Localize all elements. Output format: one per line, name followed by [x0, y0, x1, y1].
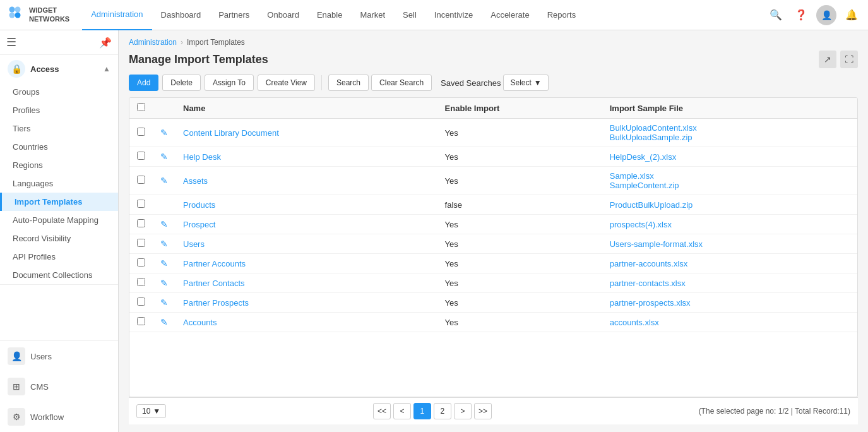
- nav-link-reports[interactable]: Reports: [538, 0, 585, 30]
- sidebar-bottom-cms[interactable]: ⊞CMS: [0, 371, 118, 402]
- sidebar-item-regions[interactable]: Regions: [0, 156, 118, 174]
- breadcrumb: Administration › Import Templates: [129, 38, 858, 47]
- nav-link-sell[interactable]: Sell: [394, 0, 425, 30]
- hamburger-icon[interactable]: ☰: [6, 35, 16, 49]
- row-name-link[interactable]: Partner Contacts: [183, 279, 245, 288]
- row-name-link[interactable]: Assets: [183, 176, 208, 186]
- expand-icon-btn[interactable]: ⛶: [840, 51, 858, 68]
- access-section-header[interactable]: 🔒 Access ▲: [0, 55, 118, 83]
- edit-icon[interactable]: ✎: [160, 152, 168, 162]
- sidebar-item-import-templates[interactable]: Import Templates: [0, 193, 118, 211]
- add-button[interactable]: Add: [129, 75, 158, 91]
- table-row: Products false ProductBulkUpload.zip: [129, 195, 857, 215]
- row-checkbox[interactable]: [137, 239, 145, 247]
- sample-file-link[interactable]: partner-contacts.xlsx: [610, 279, 686, 288]
- notification-icon-btn[interactable]: 🔔: [841, 5, 862, 25]
- sidebar-bottom-users[interactable]: 👤Users: [0, 341, 118, 371]
- nav-link-partners[interactable]: Partners: [210, 0, 258, 30]
- page-btn-[interactable]: >: [454, 403, 472, 419]
- sidebar-item-countries[interactable]: Countries: [0, 138, 118, 156]
- row-checkbox[interactable]: [137, 128, 145, 136]
- nav-link-administration[interactable]: Administration: [82, 0, 152, 30]
- sample-file-link[interactable]: partner-prospects.xlsx: [610, 298, 691, 308]
- sample-file2-link[interactable]: SampleContent.zip: [610, 181, 679, 190]
- row-checkbox[interactable]: [137, 278, 145, 286]
- row-sample-file: ProductBulkUpload.zip: [602, 195, 857, 215]
- edit-icon[interactable]: ✎: [160, 239, 168, 249]
- edit-icon[interactable]: ✎: [160, 317, 168, 327]
- nav-link-enable[interactable]: Enable: [308, 0, 351, 30]
- row-name-link[interactable]: Partner Accounts: [183, 259, 246, 268]
- sidebar-item-languages[interactable]: Languages: [0, 174, 118, 193]
- per-page-select[interactable]: 10 ▼: [136, 404, 166, 418]
- sidebar-item-record-visibility[interactable]: Record Visibility: [0, 229, 118, 248]
- create-view-button[interactable]: Create View: [258, 75, 315, 91]
- assign-to-button[interactable]: Assign To: [205, 75, 254, 91]
- select-all-checkbox[interactable]: [137, 103, 145, 111]
- table-row: ✎ Accounts Yes accounts.xlsx: [129, 313, 857, 332]
- sample-file-link[interactable]: prospects(4).xlsx: [610, 220, 672, 229]
- edit-icon[interactable]: ✎: [160, 219, 168, 229]
- sidebar-item-document-collections[interactable]: Document Collections: [0, 266, 118, 284]
- sample-file-link[interactable]: Sample.xlsx: [610, 171, 654, 181]
- search-button[interactable]: Search: [328, 75, 369, 91]
- nav-link-dashboard[interactable]: Dashboard: [152, 0, 210, 30]
- row-name-link[interactable]: Products: [183, 200, 215, 210]
- nav-link-onboard[interactable]: Onboard: [258, 0, 308, 30]
- pin-icon[interactable]: 📌: [99, 37, 112, 49]
- svg-point-2: [9, 12, 15, 18]
- row-checkbox[interactable]: [137, 317, 145, 325]
- row-checkbox[interactable]: [137, 297, 145, 306]
- row-name-link[interactable]: Help Desk: [183, 152, 221, 162]
- edit-icon[interactable]: ✎: [160, 297, 168, 308]
- table-row: ✎ Content Library Document Yes BulkUploa…: [129, 119, 857, 147]
- nav-link-market[interactable]: Market: [351, 0, 394, 30]
- nav-link-incentivize[interactable]: Incentivize: [425, 0, 482, 30]
- page-btn-2[interactable]: 2: [434, 403, 451, 419]
- row-sample-file: partner-prospects.xlsx: [602, 293, 857, 313]
- help-icon-btn[interactable]: ❓: [791, 5, 811, 25]
- table-row: ✎ Assets Yes Sample.xlsxSampleContent.zi…: [129, 167, 857, 195]
- edit-icon[interactable]: ✎: [160, 258, 168, 268]
- sidebar-item-tiers[interactable]: Tiers: [0, 119, 118, 138]
- page-btn-[interactable]: <: [393, 403, 411, 419]
- sample-file-link[interactable]: accounts.xlsx: [610, 318, 659, 327]
- sample-file-link[interactable]: partner-accounts.xlsx: [610, 259, 688, 268]
- row-checkbox[interactable]: [137, 258, 145, 267]
- search-icon-btn[interactable]: 🔍: [766, 5, 786, 25]
- sidebar-bottom-workflow[interactable]: ⚙Workflow: [0, 402, 118, 432]
- delete-button[interactable]: Delete: [162, 75, 201, 91]
- sample-file-link[interactable]: BulkUploadContent.xlsx: [610, 123, 697, 133]
- clear-search-button[interactable]: Clear Search: [371, 75, 432, 91]
- edit-icon[interactable]: ✎: [160, 128, 168, 138]
- edit-icon[interactable]: ✎: [160, 176, 168, 186]
- row-name-link[interactable]: Prospect: [183, 220, 215, 229]
- sidebar-item-api-profiles[interactable]: API Profiles: [0, 248, 118, 266]
- breadcrumb-parent[interactable]: Administration: [129, 38, 177, 47]
- row-name-link[interactable]: Partner Prospects: [183, 298, 249, 308]
- sidebar-item-groups[interactable]: Groups: [0, 83, 118, 101]
- avatar[interactable]: 👤: [816, 5, 836, 25]
- row-name-link[interactable]: Accounts: [183, 318, 217, 327]
- export-icon-btn[interactable]: ↗: [819, 51, 836, 68]
- sample-file-link[interactable]: HelpDesk_(2).xlsx: [610, 152, 676, 162]
- sidebar-item-profiles[interactable]: Profiles: [0, 101, 118, 119]
- saved-searches-dropdown[interactable]: Select ▼: [503, 75, 548, 91]
- sample-file-link[interactable]: ProductBulkUpload.zip: [610, 200, 693, 210]
- sidebar-item-auto-populate-mapping[interactable]: Auto-Populate Mapping: [0, 211, 118, 229]
- row-checkbox[interactable]: [137, 152, 145, 160]
- row-name-link[interactable]: Content Library Document: [183, 128, 279, 138]
- page-btn-[interactable]: <<: [373, 403, 391, 419]
- per-page: 10 ▼: [136, 404, 166, 418]
- row-name-link[interactable]: Users: [183, 239, 205, 249]
- row-checkbox[interactable]: [137, 200, 145, 208]
- row-sample-file: prospects(4).xlsx: [602, 215, 857, 234]
- row-checkbox[interactable]: [137, 176, 145, 184]
- nav-link-accelerate[interactable]: Accelerate: [482, 0, 538, 30]
- page-btn-[interactable]: >>: [474, 403, 492, 419]
- row-checkbox[interactable]: [137, 219, 145, 227]
- sample-file-link[interactable]: Users-sample-format.xlsx: [610, 239, 703, 249]
- edit-icon[interactable]: ✎: [160, 278, 168, 288]
- page-btn-1[interactable]: 1: [413, 403, 431, 419]
- sample-file2-link[interactable]: BulkUploadSample.zip: [610, 133, 693, 142]
